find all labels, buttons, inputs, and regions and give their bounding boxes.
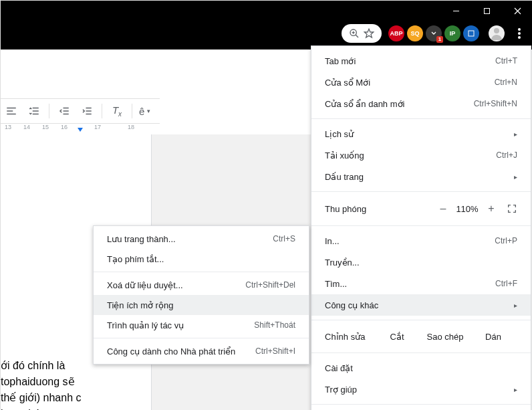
align-left-icon[interactable] [3, 103, 19, 119]
submenu-item-save-page[interactable]: Lưu trang thành...Ctrl+S [94, 229, 309, 249]
menu-item-bookmarks[interactable]: Dấu trang▸ [311, 166, 531, 187]
menu-edit-row: Chỉnh sửa Cắt Sao chép Dán [311, 324, 531, 348]
ruler-tick: 15 [42, 124, 49, 130]
fullscreen-button[interactable] [507, 203, 517, 214]
edit-label: Chỉnh sửa [325, 332, 373, 342]
menu-item-help[interactable]: Trợ giúp▸ [311, 379, 531, 400]
extension-pocket-icon[interactable]: 1 [426, 25, 442, 41]
extension-sq-icon[interactable]: SQ [407, 25, 423, 41]
menu-item-incognito[interactable]: Cửa sổ ẩn danh mớiCtrl+Shift+N [311, 93, 531, 114]
menu-item-new-window[interactable]: Cửa sổ MớiCtrl+N [311, 72, 531, 93]
menu-item-more-tools[interactable]: Công cụ khác▸ [311, 294, 531, 316]
menu-item-history[interactable]: Lịch sử▸ [311, 123, 531, 144]
browser-toolbar: ABP SQ 1 IP [1, 21, 532, 46]
menu-item-print[interactable]: In...Ctrl+P [311, 230, 531, 251]
star-bookmark-icon[interactable] [362, 26, 376, 41]
extension-badge: 1 [436, 36, 443, 43]
submenu-item-clear-browsing-data[interactable]: Xoá dữ liệu duyệt...Ctrl+Shift+Del [94, 275, 309, 295]
extension-strip: ABP SQ 1 IP [384, 25, 483, 41]
submenu-item-extensions[interactable]: Tiện ích mở rộng [94, 295, 309, 315]
ruler-tick: 14 [23, 124, 30, 130]
menu-item-downloads[interactable]: Tải xuốngCtrl+J [311, 144, 531, 166]
extension-abp-icon[interactable]: ABP [388, 25, 404, 41]
omnibox-right [342, 24, 382, 43]
submenu-item-developer-tools[interactable]: Công cụ dành cho Nhà phát triểnCtrl+Shif… [94, 341, 309, 361]
more-tools-submenu: Lưu trang thành...Ctrl+S Tạo phím tắt...… [93, 225, 309, 365]
ruler-tick: 18 [128, 124, 134, 130]
chrome-main-menu: Tab mớiCtrl+T Cửa sổ MớiCtrl+N Cửa sổ ẩn… [311, 45, 531, 410]
submenu-item-create-shortcut[interactable]: Tạo phím tắt... [94, 249, 309, 269]
extension-ip-icon[interactable]: IP [444, 25, 460, 41]
svg-point-11 [518, 28, 521, 31]
menu-item-settings[interactable]: Cài đặt [311, 357, 531, 379]
chrome-menu-button[interactable] [510, 24, 529, 43]
ruler-tick: 13 [5, 124, 11, 130]
menu-item-zoom: Thu phóng – 110% + [311, 196, 531, 221]
menu-item-find[interactable]: Tìm...Ctrl+F [311, 273, 531, 294]
ruler-indent-marker[interactable] [78, 128, 83, 132]
edit-cut-button[interactable]: Cắt [373, 332, 421, 342]
ruler: 13 14 15 16 17 18 [1, 122, 154, 135]
zoom-in-button[interactable]: + [483, 203, 500, 215]
profile-avatar[interactable] [489, 25, 505, 41]
menu-item-cast[interactable]: Truyền... [311, 251, 531, 273]
clear-formatting-icon[interactable]: Tx [109, 103, 125, 119]
docs-toolbar: Tx ê▾ [1, 98, 160, 124]
zoom-value: 110% [452, 204, 483, 214]
svg-point-13 [518, 36, 521, 39]
svg-line-5 [356, 35, 358, 37]
zoom-out-button[interactable]: – [434, 203, 452, 215]
window-close-button[interactable] [502, 1, 532, 21]
edit-paste-button[interactable]: Dán [469, 332, 517, 342]
svg-rect-9 [469, 31, 474, 36]
submenu-item-task-manager[interactable]: Trình quản lý tác vụShift+Thoát [94, 315, 309, 335]
svg-rect-1 [484, 9, 489, 14]
indent-increase-icon[interactable] [79, 103, 95, 119]
ruler-tick: 17 [94, 124, 101, 130]
svg-marker-8 [364, 29, 373, 37]
edit-copy-button[interactable]: Sao chép [421, 332, 469, 342]
indent-decrease-icon[interactable] [56, 103, 72, 119]
window-titlebar [1, 1, 532, 21]
doc-paragraph: ới đó chính là tophaiduong sẽ thế giới) … [1, 358, 88, 410]
svg-point-12 [518, 32, 521, 35]
line-spacing-icon[interactable] [26, 103, 42, 119]
menu-item-new-tab[interactable]: Tab mớiCtrl+T [311, 50, 531, 72]
ruler-tick: 16 [61, 124, 68, 130]
zoom-label: Thu phóng [325, 204, 434, 214]
extension-dl-icon[interactable] [463, 25, 479, 41]
window-maximize-button[interactable] [471, 1, 502, 21]
zoom-lens-icon[interactable] [347, 26, 362, 41]
svg-point-10 [494, 28, 499, 33]
font-dropdown[interactable]: ê▾ [139, 103, 150, 119]
window-minimize-button[interactable] [440, 1, 471, 21]
